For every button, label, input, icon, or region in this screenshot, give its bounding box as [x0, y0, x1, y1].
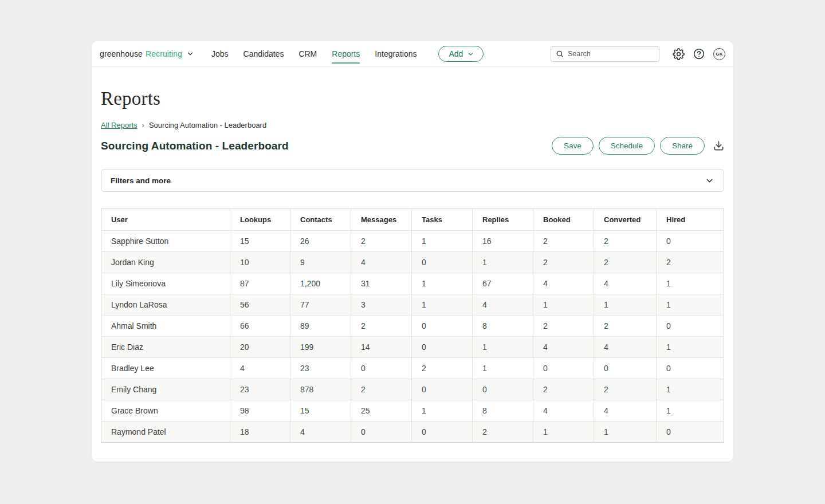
- value-cell: 2: [351, 379, 412, 400]
- settings-button[interactable]: [673, 48, 685, 60]
- value-cell: 1: [657, 294, 724, 316]
- column-header-replies: Replies: [473, 208, 533, 231]
- page-title: Reports: [101, 88, 724, 109]
- value-cell: 26: [290, 231, 351, 252]
- breadcrumb-all-reports-link[interactable]: All Reports: [101, 121, 138, 129]
- nav-item-jobs[interactable]: Jobs: [211, 49, 229, 58]
- brand-menu[interactable]: greenhouse Recruiting: [100, 49, 194, 58]
- value-cell: 0: [657, 231, 724, 252]
- value-cell: 2: [473, 422, 533, 443]
- user-cell: Emily Chang: [101, 379, 230, 400]
- value-cell: 0: [533, 358, 594, 379]
- value-cell: 0: [412, 422, 473, 443]
- value-cell: 1,200: [290, 273, 351, 294]
- column-header-converted: Converted: [594, 208, 657, 231]
- user-cell: Eric Diaz: [101, 337, 230, 358]
- value-cell: 4: [230, 358, 290, 379]
- nav-item-reports[interactable]: Reports: [332, 49, 360, 58]
- value-cell: 8: [473, 316, 533, 337]
- value-cell: 10: [230, 252, 290, 273]
- value-cell: 56: [230, 294, 290, 316]
- value-cell: 1: [473, 252, 533, 273]
- table-row: Grace Brown98152518441: [101, 400, 724, 422]
- column-header-hired: Hired: [657, 208, 724, 231]
- value-cell: 18: [230, 422, 290, 443]
- value-cell: 1: [412, 400, 473, 422]
- leaderboard-table: User Lookups Contacts Messages Tasks Rep…: [101, 208, 724, 443]
- value-cell: 1: [594, 422, 657, 443]
- filters-expander[interactable]: Filters and more: [101, 169, 724, 192]
- user-cell: Lyndon LaRosa: [101, 294, 230, 316]
- value-cell: 31: [351, 273, 412, 294]
- value-cell: 1: [473, 358, 533, 379]
- value-cell: 4: [351, 252, 412, 273]
- user-cell: Grace Brown: [101, 400, 230, 422]
- value-cell: 8: [473, 400, 533, 422]
- value-cell: 1: [412, 294, 473, 316]
- value-cell: 0: [657, 422, 724, 443]
- value-cell: 1: [657, 273, 724, 294]
- value-cell: 0: [412, 337, 473, 358]
- table-row: Bradley Lee423021000: [101, 358, 724, 379]
- search-box: [551, 46, 659, 62]
- add-button[interactable]: Add: [438, 46, 484, 62]
- value-cell: 2: [351, 231, 412, 252]
- value-cell: 98: [230, 400, 290, 422]
- value-cell: 0: [657, 316, 724, 337]
- top-navigation-bar: greenhouse Recruiting Jobs Candidates CR…: [92, 41, 733, 67]
- table-row: Lily Simeonova871,20031167441: [101, 273, 724, 294]
- value-cell: 4: [594, 400, 657, 422]
- user-cell: Ahmal Smith: [101, 316, 230, 337]
- nav-item-candidates[interactable]: Candidates: [243, 49, 284, 58]
- value-cell: 0: [412, 252, 473, 273]
- share-button[interactable]: Share: [660, 137, 705, 155]
- download-button[interactable]: [713, 140, 724, 151]
- save-button[interactable]: Save: [552, 137, 594, 155]
- table-row: Jordan King109401222: [101, 252, 724, 273]
- help-button[interactable]: [693, 48, 705, 60]
- value-cell: 1: [657, 337, 724, 358]
- user-avatar[interactable]: GK: [713, 48, 725, 60]
- column-header-booked: Booked: [533, 208, 594, 231]
- nav-item-crm[interactable]: CRM: [298, 49, 317, 58]
- value-cell: 14: [351, 337, 412, 358]
- column-header-user: User: [101, 208, 230, 231]
- value-cell: 2: [533, 252, 594, 273]
- table-row: Raymond Patel184002110: [101, 422, 724, 443]
- value-cell: 878: [290, 379, 351, 400]
- user-cell: Bradley Lee: [101, 358, 230, 379]
- value-cell: 2: [351, 316, 412, 337]
- value-cell: 2: [533, 379, 594, 400]
- nav-item-integrations[interactable]: Integrations: [375, 49, 417, 58]
- value-cell: 3: [351, 294, 412, 316]
- primary-nav: Jobs Candidates CRM Reports Integrations: [211, 49, 417, 58]
- report-actions: Save Schedule Share: [552, 137, 724, 155]
- value-cell: 1: [657, 400, 724, 422]
- value-cell: 1: [473, 337, 533, 358]
- chevron-down-icon: [184, 50, 194, 58]
- value-cell: 9: [290, 252, 351, 273]
- value-cell: 89: [290, 316, 351, 337]
- value-cell: 16: [473, 231, 533, 252]
- value-cell: 2: [594, 379, 657, 400]
- value-cell: 2: [533, 231, 594, 252]
- search-input[interactable]: [568, 50, 654, 58]
- column-header-contacts: Contacts: [290, 208, 351, 231]
- value-cell: 1: [533, 294, 594, 316]
- filters-label: Filters and more: [111, 176, 171, 185]
- value-cell: 20: [230, 337, 290, 358]
- value-cell: 87: [230, 273, 290, 294]
- table-row: Eric Diaz201991401441: [101, 337, 724, 358]
- schedule-button[interactable]: Schedule: [599, 137, 655, 155]
- value-cell: 23: [290, 358, 351, 379]
- breadcrumb-current: Sourcing Automation - Leaderboard: [149, 121, 266, 129]
- user-cell: Jordan King: [101, 252, 230, 273]
- add-button-label: Add: [449, 49, 463, 58]
- value-cell: 25: [351, 400, 412, 422]
- user-cell: Lily Simeonova: [101, 273, 230, 294]
- value-cell: 2: [412, 358, 473, 379]
- search-icon: [556, 50, 564, 58]
- value-cell: 1: [412, 273, 473, 294]
- value-cell: 199: [290, 337, 351, 358]
- help-icon: [693, 48, 705, 60]
